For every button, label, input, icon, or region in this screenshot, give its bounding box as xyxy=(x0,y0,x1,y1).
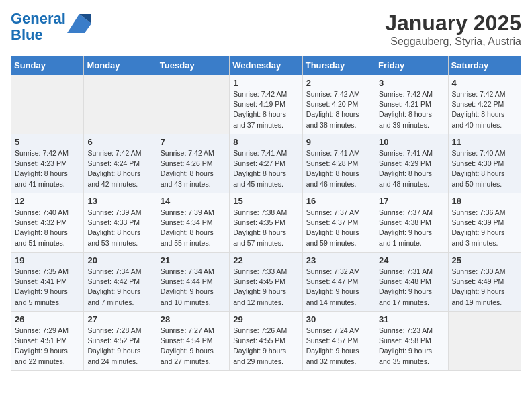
page-subtitle: Seggauberg, Styria, Austria xyxy=(385,36,521,48)
day-info: Sunrise: 7:35 AM Sunset: 4:41 PM Dayligh… xyxy=(15,267,80,308)
calendar-cell: 23Sunrise: 7:32 AM Sunset: 4:47 PM Dayli… xyxy=(302,253,375,312)
day-info: Sunrise: 7:23 AM Sunset: 4:58 PM Dayligh… xyxy=(379,326,444,367)
day-number: 28 xyxy=(161,314,226,324)
day-info: Sunrise: 7:41 AM Sunset: 4:27 PM Dayligh… xyxy=(233,148,298,189)
calendar-cell: 16Sunrise: 7:37 AM Sunset: 4:37 PM Dayli… xyxy=(302,193,375,253)
calendar-cell: 31Sunrise: 7:23 AM Sunset: 4:58 PM Dayli… xyxy=(375,312,448,371)
page-header: General Blue January 2025 Seggauberg, St… xyxy=(11,11,521,48)
day-number: 26 xyxy=(15,314,80,324)
day-number: 15 xyxy=(233,196,298,206)
day-number: 13 xyxy=(87,196,152,206)
day-info: Sunrise: 7:37 AM Sunset: 4:37 PM Dayligh… xyxy=(306,208,371,248)
calendar-cell: 4Sunrise: 7:42 AM Sunset: 4:22 PM Daylig… xyxy=(448,75,521,134)
calendar-cell xyxy=(11,75,84,134)
logo: General Blue xyxy=(11,11,91,43)
calendar-header-row: SundayMondayTuesdayWednesdayThursdayFrid… xyxy=(11,56,521,75)
day-number: 16 xyxy=(306,196,371,206)
calendar-cell: 26Sunrise: 7:29 AM Sunset: 4:51 PM Dayli… xyxy=(11,312,84,371)
day-info: Sunrise: 7:39 AM Sunset: 4:33 PM Dayligh… xyxy=(87,208,152,248)
day-number: 11 xyxy=(452,137,517,147)
calendar-week-row: 1Sunrise: 7:42 AM Sunset: 4:19 PM Daylig… xyxy=(11,75,521,134)
day-number: 8 xyxy=(233,137,298,147)
day-info: Sunrise: 7:30 AM Sunset: 4:49 PM Dayligh… xyxy=(452,267,517,308)
day-info: Sunrise: 7:37 AM Sunset: 4:38 PM Dayligh… xyxy=(379,208,444,248)
day-info: Sunrise: 7:42 AM Sunset: 4:20 PM Dayligh… xyxy=(306,89,371,130)
day-info: Sunrise: 7:33 AM Sunset: 4:45 PM Dayligh… xyxy=(233,267,298,308)
calendar-cell: 3Sunrise: 7:42 AM Sunset: 4:21 PM Daylig… xyxy=(375,75,448,134)
day-number: 19 xyxy=(15,255,80,265)
day-number: 21 xyxy=(161,255,226,265)
day-number: 10 xyxy=(379,137,444,147)
day-info: Sunrise: 7:38 AM Sunset: 4:35 PM Dayligh… xyxy=(233,208,298,248)
calendar-day-header: Thursday xyxy=(302,56,375,75)
calendar-cell: 27Sunrise: 7:28 AM Sunset: 4:52 PM Dayli… xyxy=(84,312,157,371)
logo-icon xyxy=(67,14,91,33)
day-info: Sunrise: 7:24 AM Sunset: 4:57 PM Dayligh… xyxy=(306,326,371,367)
calendar-day-header: Sunday xyxy=(11,56,84,75)
calendar-day-header: Tuesday xyxy=(157,56,229,75)
calendar-cell: 18Sunrise: 7:36 AM Sunset: 4:39 PM Dayli… xyxy=(448,193,521,253)
day-number: 9 xyxy=(306,137,371,147)
calendar-cell: 21Sunrise: 7:34 AM Sunset: 4:44 PM Dayli… xyxy=(157,253,229,312)
calendar-cell: 15Sunrise: 7:38 AM Sunset: 4:35 PM Dayli… xyxy=(230,193,302,253)
calendar-cell xyxy=(448,312,521,371)
calendar-cell xyxy=(84,75,157,134)
day-info: Sunrise: 7:27 AM Sunset: 4:54 PM Dayligh… xyxy=(161,326,226,367)
day-info: Sunrise: 7:41 AM Sunset: 4:28 PM Dayligh… xyxy=(306,148,371,189)
calendar-cell: 28Sunrise: 7:27 AM Sunset: 4:54 PM Dayli… xyxy=(157,312,229,371)
calendar-cell: 20Sunrise: 7:34 AM Sunset: 4:42 PM Dayli… xyxy=(84,253,157,312)
calendar-cell: 13Sunrise: 7:39 AM Sunset: 4:33 PM Dayli… xyxy=(84,193,157,253)
calendar-cell: 30Sunrise: 7:24 AM Sunset: 4:57 PM Dayli… xyxy=(302,312,375,371)
calendar-cell: 12Sunrise: 7:40 AM Sunset: 4:32 PM Dayli… xyxy=(11,193,84,253)
day-info: Sunrise: 7:42 AM Sunset: 4:19 PM Dayligh… xyxy=(233,89,298,130)
day-number: 31 xyxy=(379,314,444,324)
day-info: Sunrise: 7:34 AM Sunset: 4:44 PM Dayligh… xyxy=(161,267,226,308)
calendar-cell: 2Sunrise: 7:42 AM Sunset: 4:20 PM Daylig… xyxy=(302,75,375,134)
calendar-cell: 5Sunrise: 7:42 AM Sunset: 4:23 PM Daylig… xyxy=(11,134,84,193)
calendar-cell xyxy=(157,75,229,134)
day-number: 5 xyxy=(15,137,80,147)
day-info: Sunrise: 7:34 AM Sunset: 4:42 PM Dayligh… xyxy=(87,267,152,308)
calendar-table: SundayMondayTuesdayWednesdayThursdayFrid… xyxy=(11,56,521,371)
day-info: Sunrise: 7:42 AM Sunset: 4:24 PM Dayligh… xyxy=(87,148,152,189)
calendar-cell: 10Sunrise: 7:41 AM Sunset: 4:29 PM Dayli… xyxy=(375,134,448,193)
day-number: 7 xyxy=(161,137,226,147)
day-info: Sunrise: 7:42 AM Sunset: 4:21 PM Dayligh… xyxy=(379,89,444,130)
calendar-cell: 24Sunrise: 7:31 AM Sunset: 4:48 PM Dayli… xyxy=(375,253,448,312)
day-number: 4 xyxy=(452,78,517,88)
day-number: 30 xyxy=(306,314,371,324)
calendar-cell: 19Sunrise: 7:35 AM Sunset: 4:41 PM Dayli… xyxy=(11,253,84,312)
calendar-week-row: 12Sunrise: 7:40 AM Sunset: 4:32 PM Dayli… xyxy=(11,193,521,253)
calendar-day-header: Monday xyxy=(84,56,157,75)
calendar-cell: 14Sunrise: 7:39 AM Sunset: 4:34 PM Dayli… xyxy=(157,193,229,253)
day-number: 14 xyxy=(161,196,226,206)
calendar-cell: 8Sunrise: 7:41 AM Sunset: 4:27 PM Daylig… xyxy=(230,134,302,193)
title-block: January 2025 Seggauberg, Styria, Austria xyxy=(385,11,521,48)
calendar-cell: 7Sunrise: 7:42 AM Sunset: 4:26 PM Daylig… xyxy=(157,134,229,193)
day-number: 1 xyxy=(233,78,298,88)
day-number: 17 xyxy=(379,196,444,206)
day-info: Sunrise: 7:28 AM Sunset: 4:52 PM Dayligh… xyxy=(87,326,152,367)
day-number: 24 xyxy=(379,255,444,265)
day-info: Sunrise: 7:41 AM Sunset: 4:29 PM Dayligh… xyxy=(379,148,444,189)
day-info: Sunrise: 7:36 AM Sunset: 4:39 PM Dayligh… xyxy=(452,208,517,248)
day-info: Sunrise: 7:32 AM Sunset: 4:47 PM Dayligh… xyxy=(306,267,371,308)
day-info: Sunrise: 7:42 AM Sunset: 4:22 PM Dayligh… xyxy=(452,89,517,130)
day-number: 25 xyxy=(452,255,517,265)
day-info: Sunrise: 7:26 AM Sunset: 4:55 PM Dayligh… xyxy=(233,326,298,367)
page-title: January 2025 xyxy=(385,11,521,36)
day-number: 6 xyxy=(87,137,152,147)
day-number: 22 xyxy=(233,255,298,265)
calendar-cell: 25Sunrise: 7:30 AM Sunset: 4:49 PM Dayli… xyxy=(448,253,521,312)
calendar-week-row: 19Sunrise: 7:35 AM Sunset: 4:41 PM Dayli… xyxy=(11,253,521,312)
day-number: 18 xyxy=(452,196,517,206)
day-info: Sunrise: 7:40 AM Sunset: 4:30 PM Dayligh… xyxy=(452,148,517,189)
calendar-cell: 29Sunrise: 7:26 AM Sunset: 4:55 PM Dayli… xyxy=(230,312,302,371)
day-number: 20 xyxy=(87,255,152,265)
calendar-cell: 11Sunrise: 7:40 AM Sunset: 4:30 PM Dayli… xyxy=(448,134,521,193)
logo-text: General Blue xyxy=(11,11,66,43)
calendar-week-row: 5Sunrise: 7:42 AM Sunset: 4:23 PM Daylig… xyxy=(11,134,521,193)
day-info: Sunrise: 7:31 AM Sunset: 4:48 PM Dayligh… xyxy=(379,267,444,308)
calendar-day-header: Wednesday xyxy=(230,56,302,75)
calendar-cell: 22Sunrise: 7:33 AM Sunset: 4:45 PM Dayli… xyxy=(230,253,302,312)
